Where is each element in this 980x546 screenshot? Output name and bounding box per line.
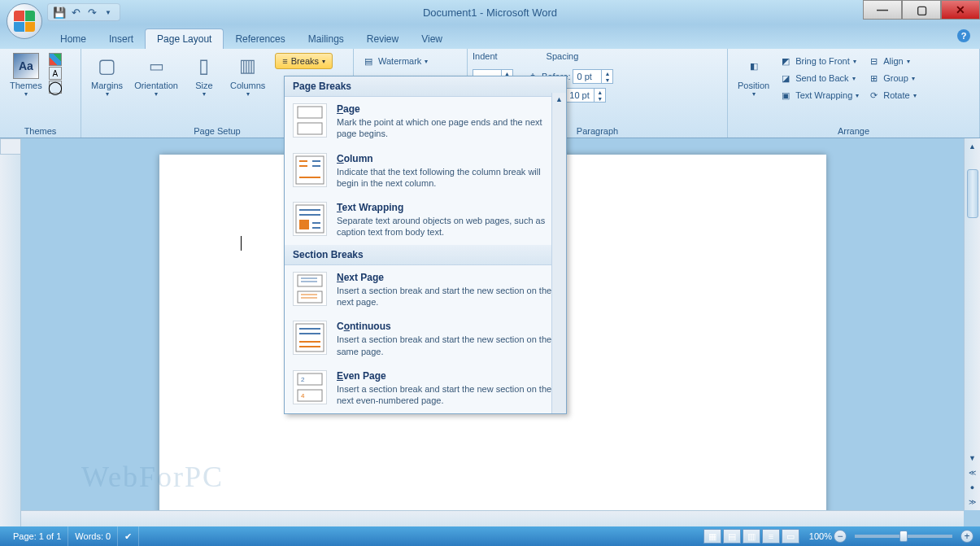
bring-front-icon: ◩ (779, 55, 792, 68)
undo-icon[interactable]: ↶ (69, 6, 82, 19)
help-icon[interactable]: ? (957, 29, 970, 42)
size-label: Size (195, 81, 212, 90)
scrollbar-thumb[interactable] (967, 169, 978, 218)
orientation-icon (143, 53, 169, 79)
menu-item-desc: Insert a section break and start the new… (337, 285, 558, 308)
horizontal-scrollbar[interactable] (21, 510, 964, 526)
themes-button[interactable]: Aa Themes ▾ (5, 51, 47, 99)
orientation-button[interactable]: Orientation▾ (129, 51, 183, 99)
scroll-up-icon[interactable]: ▲ (966, 140, 979, 153)
tab-insert[interactable]: Insert (98, 29, 145, 49)
prev-page-icon[interactable]: ≪ (966, 466, 979, 479)
theme-colors-icon[interactable] (49, 53, 62, 66)
breaks-menu-item[interactable]: ColumnIndicate that the text following t… (285, 146, 566, 196)
after-value: 10 pt (569, 90, 589, 100)
columns-label: Columns (230, 81, 265, 90)
web-layout-view-icon[interactable]: ▥ (743, 529, 760, 544)
outline-view-icon[interactable]: ≡ (762, 529, 780, 544)
scroll-down-icon[interactable]: ▼ (966, 452, 979, 465)
qat-dropdown-icon[interactable]: ▼ (102, 6, 115, 19)
print-layout-view-icon[interactable]: ▦ (703, 529, 721, 544)
title-bar: 💾 ↶ ↷ ▼ Document1 - Microsoft Word — ▢ ✕ (0, 0, 980, 24)
bring-to-front-button[interactable]: ◩Bring to Front▾ (776, 53, 862, 69)
breaks-menu-item[interactable]: Next PageInsert a section break and star… (285, 265, 566, 315)
bring-front-label: Bring to Front (795, 56, 850, 66)
svg-text:2: 2 (301, 376, 305, 383)
text-cursor (241, 236, 242, 251)
break-type-icon (293, 272, 327, 306)
breaks-menu-item[interactable]: Text WrappingSeparate text around object… (285, 195, 566, 245)
send-back-icon: ◪ (779, 72, 792, 85)
menu-scrollbar[interactable]: ▲ (551, 93, 566, 413)
browse-object-icon[interactable]: ● (966, 481, 979, 494)
vertical-scrollbar[interactable]: ▲ ▼ ≪ ● ≫ (964, 138, 980, 510)
zoom-out-button[interactable]: − (834, 530, 847, 543)
redo-icon[interactable]: ↷ (85, 6, 98, 19)
zoom-slider[interactable] (855, 535, 952, 538)
send-to-back-button[interactable]: ◪Send to Back▾ (776, 70, 862, 86)
breaks-menu-item[interactable]: ContinuousInsert a section break and sta… (285, 314, 566, 364)
theme-fonts-icon[interactable]: A (49, 67, 62, 80)
breaks-label: Breaks (291, 56, 319, 66)
next-page-icon[interactable]: ≫ (966, 496, 979, 509)
text-wrapping-button[interactable]: ▣Text Wrapping▾ (776, 87, 862, 103)
breaks-button[interactable]: ≡Breaks▾ (275, 53, 333, 69)
tab-page-layout[interactable]: Page Layout (145, 28, 224, 49)
group-button[interactable]: ⊞Group▾ (864, 70, 919, 86)
spacing-header: Spacing (547, 51, 579, 61)
breaks-menu-item[interactable]: 24Even PageInsert a section break and st… (285, 364, 566, 413)
vertical-ruler[interactable] (0, 155, 21, 526)
spacing-before-spinner[interactable]: 0 pt▲▼ (573, 69, 613, 84)
save-icon[interactable]: 💾 (53, 6, 66, 19)
text-wrap-icon: ▣ (779, 89, 792, 102)
status-page[interactable]: Page: 1 of 1 (7, 526, 68, 546)
break-type-icon: 24 (293, 370, 327, 404)
menu-scroll-up-icon[interactable]: ▲ (552, 93, 566, 106)
maximize-button[interactable]: ▢ (902, 0, 941, 20)
tab-mailings[interactable]: Mailings (297, 29, 355, 49)
zoom-thumb[interactable] (899, 531, 908, 542)
themes-label: Themes (10, 81, 42, 90)
margins-label: Margins (91, 81, 123, 90)
zoom-percent[interactable]: 100% (809, 531, 832, 541)
rotate-icon: ⟳ (867, 89, 880, 102)
spacing-after-spinner[interactable]: 10 pt▲▼ (565, 88, 606, 103)
size-icon (191, 53, 217, 79)
group-icon: ⊞ (867, 72, 880, 85)
rotate-label: Rotate (883, 90, 909, 100)
zoom-in-button[interactable]: + (960, 530, 973, 543)
align-button[interactable]: ⊟Align▾ (864, 53, 919, 69)
tab-home[interactable]: Home (49, 29, 98, 49)
theme-effects-icon[interactable]: ◯ (49, 81, 62, 94)
columns-icon (235, 53, 261, 79)
send-back-label: Send to Back (795, 73, 848, 83)
tab-references[interactable]: References (224, 29, 296, 49)
status-proofing-icon[interactable]: ✔ (118, 526, 139, 546)
columns-button[interactable]: Columns▾ (225, 51, 270, 99)
align-icon: ⊟ (867, 55, 880, 68)
margins-button[interactable]: Margins▾ (86, 51, 128, 99)
tab-review[interactable]: Review (355, 29, 410, 49)
close-button[interactable]: ✕ (941, 0, 980, 20)
status-bar: Page: 1 of 1 Words: 0 ✔ ▦ ▤ ▥ ≡ ▭ 100% −… (0, 526, 980, 546)
rotate-button[interactable]: ⟳Rotate▾ (864, 87, 919, 103)
breaks-menu-item[interactable]: PageMark the point at which one page end… (285, 97, 566, 146)
minimize-button[interactable]: — (863, 0, 902, 20)
menu-item-title: Page (337, 103, 558, 115)
menu-item-title: Column (337, 153, 558, 164)
full-screen-view-icon[interactable]: ▤ (723, 529, 741, 544)
office-button[interactable] (7, 3, 42, 39)
size-button[interactable]: Size▾ (185, 51, 224, 99)
page-breaks-header: Page Breaks (285, 76, 566, 97)
menu-item-desc: Insert a section break and start the new… (337, 383, 558, 407)
draft-view-icon[interactable]: ▭ (782, 529, 799, 544)
svg-rect-11 (299, 220, 309, 229)
watermark-button[interactable]: ▤Watermark▾ (359, 53, 431, 69)
position-button[interactable]: ◧Position▾ (733, 51, 774, 99)
group-arrange: ◧Position▾ ◩Bring to Front▾ ◪Send to Bac… (728, 49, 980, 138)
watermark-icon: ▤ (362, 55, 375, 68)
status-words[interactable]: Words: 0 (68, 526, 118, 546)
tab-view[interactable]: View (410, 29, 454, 49)
themes-icon: Aa (13, 53, 39, 79)
menu-item-desc: Mark the point at which one page ends an… (337, 116, 558, 140)
